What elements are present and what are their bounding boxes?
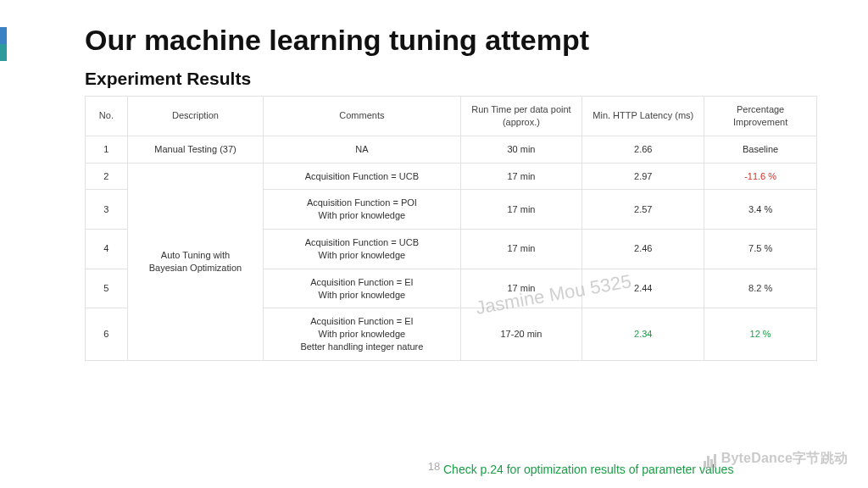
- cell-no: 3: [86, 190, 128, 230]
- cell-runtime: 30 min: [460, 136, 582, 163]
- accent-bar: [0, 27, 7, 61]
- cell-runtime: 17-20 min: [460, 308, 582, 361]
- cell-desc-group: Auto Tuning with Bayesian Optimization: [127, 163, 263, 360]
- cell-no: 2: [86, 163, 128, 190]
- table-header-row: No. Description Comments Run Time per da…: [86, 97, 817, 136]
- cell-runtime: 17 min: [460, 269, 582, 308]
- cell-comments: Acquisition Function = EI With prior kno…: [264, 308, 460, 361]
- cell-comments: Acquisition Function = UCB With prior kn…: [264, 230, 460, 269]
- cell-comments: Acquisition Function = POI With prior kn…: [264, 190, 460, 230]
- cell-pct: Baseline: [704, 136, 817, 163]
- table-row: 1Manual Testing (37)NA30 min2.66Baseline: [86, 136, 817, 163]
- cell-no: 4: [86, 230, 128, 269]
- slide-title: Our machine learning tuning attempt: [85, 24, 817, 57]
- cell-no: 1: [86, 136, 128, 163]
- cell-comments: Acquisition Function = EI With prior kno…: [264, 269, 460, 308]
- brand-text: ByteDance字节跳动: [721, 450, 848, 468]
- cell-latency: 2.46: [582, 230, 704, 269]
- cell-latency: 2.66: [582, 136, 704, 163]
- cell-latency: 2.34: [582, 308, 704, 361]
- cell-latency: 2.97: [582, 163, 704, 190]
- cell-pct: -11.6 %: [704, 163, 817, 190]
- header-latency: Min. HTTP Latency (ms): [582, 97, 704, 136]
- cell-pct: 7.5 %: [704, 230, 817, 269]
- cell-comments: Acquisition Function = UCB: [264, 163, 460, 190]
- cell-latency: 2.44: [582, 269, 704, 308]
- cell-runtime: 17 min: [460, 163, 582, 190]
- table-row: 2Auto Tuning with Bayesian OptimizationA…: [86, 163, 817, 190]
- cell-latency: 2.57: [582, 190, 704, 230]
- header-runtime: Run Time per data point (approx.): [460, 97, 582, 136]
- cell-pct: 12 %: [704, 308, 817, 361]
- cell-runtime: 17 min: [460, 190, 582, 230]
- cell-no: 6: [86, 308, 128, 361]
- header-desc: Description: [127, 97, 263, 136]
- slide-content: Our machine learning tuning attempt Expe…: [0, 0, 868, 361]
- brand-icon: [704, 452, 717, 466]
- cell-pct: 8.2 %: [704, 269, 817, 308]
- results-table: No. Description Comments Run Time per da…: [85, 96, 817, 361]
- cell-comments: NA: [264, 136, 460, 163]
- brand-mark: ByteDance字节跳动: [704, 450, 848, 468]
- header-comments: Comments: [264, 97, 460, 136]
- header-pct: Percentage Improvement: [704, 97, 817, 136]
- footer-note: Check p.24 for optimization results of p…: [443, 463, 733, 476]
- header-no: No.: [86, 97, 128, 136]
- slide-subtitle: Experiment Results: [85, 69, 817, 89]
- cell-desc: Manual Testing (37): [127, 136, 263, 163]
- cell-no: 5: [86, 269, 128, 308]
- cell-pct: 3.4 %: [704, 190, 817, 230]
- cell-runtime: 17 min: [460, 230, 582, 269]
